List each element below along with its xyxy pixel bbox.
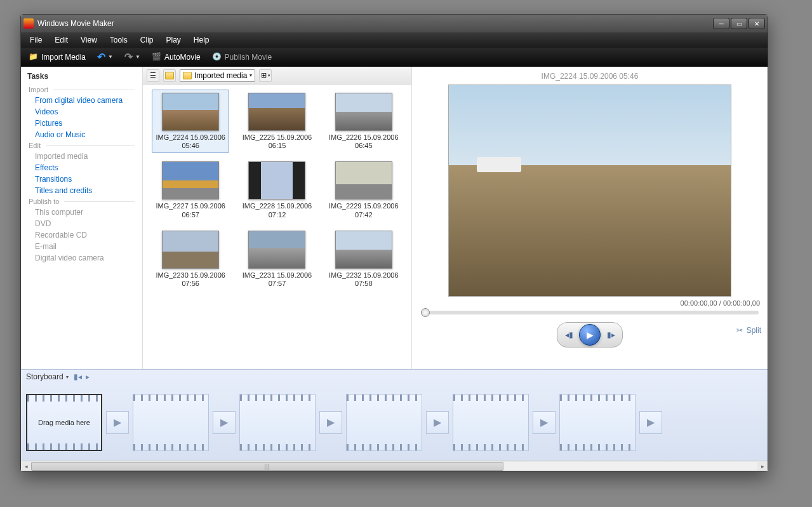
thumbnail-item[interactable]: IMG_2228 15.09.2006 07:12 xyxy=(238,158,316,222)
chevron-down-icon: ▾ xyxy=(66,374,69,380)
collection-dropdown[interactable]: Imported media ▾ xyxy=(180,69,255,82)
chevron-down-icon: ▼ xyxy=(135,54,140,60)
thumbnail-label: IMG_2227 15.09.2006 06:57 xyxy=(156,202,225,219)
preview-object xyxy=(477,157,521,172)
thumbnail-item[interactable]: IMG_2229 15.09.2006 07:42 xyxy=(325,158,403,222)
automovie-button[interactable]: 🎬 AutoMovie xyxy=(148,51,204,64)
play-button[interactable]: ▶ xyxy=(579,324,601,346)
app-icon xyxy=(23,18,34,29)
chevron-down-icon: ▼ xyxy=(108,54,113,60)
publish-icon: 💿 xyxy=(212,52,222,62)
scroll-right-button[interactable]: ▸ xyxy=(757,462,768,471)
split-icon: ✂ xyxy=(735,326,744,335)
seek-bar[interactable] xyxy=(421,311,759,314)
undo-icon: ↶ xyxy=(97,51,105,63)
thumbnail-image xyxy=(335,231,392,269)
thumbnail-item[interactable]: IMG_2227 15.09.2006 06:57 xyxy=(152,158,229,222)
minimize-button[interactable]: ─ xyxy=(713,18,729,29)
content-area: Tasks ImportFrom digital video cameraVid… xyxy=(21,67,768,369)
storyboard-transition-slot[interactable]: ▶ xyxy=(213,411,236,434)
menubar: FileEditViewToolsClipPlayHelp xyxy=(21,32,768,48)
menu-play[interactable]: Play xyxy=(161,34,186,46)
preview-title: IMG_2224 15.09.2006 05:46 xyxy=(418,71,761,84)
thumbnail-item[interactable]: IMG_2226 15.09.2006 06:45 xyxy=(325,90,403,153)
storyboard-clip-slot[interactable] xyxy=(133,394,209,451)
thumbnail-label: IMG_2229 15.09.2006 07:42 xyxy=(329,202,399,219)
task-link-from-digital-video-camera[interactable]: From digital video camera xyxy=(21,95,142,106)
thumbnail-item[interactable]: IMG_2232 15.09.2006 07:58 xyxy=(325,227,403,291)
storyboard-clip-slot[interactable]: Drag media here xyxy=(26,394,102,451)
storyboard-view-dropdown[interactable]: Storyboard ▾ xyxy=(26,372,69,381)
automovie-label: AutoMovie xyxy=(164,53,201,62)
thumbnail-item[interactable]: IMG_2224 15.09.2006 05:46 xyxy=(152,90,229,153)
task-link-titles-and-credits[interactable]: Titles and credits xyxy=(21,185,142,196)
storyboard-transition-slot[interactable]: ▶ xyxy=(319,411,342,434)
menu-view[interactable]: View xyxy=(76,34,102,46)
storyboard-track[interactable]: Drag media here▶▶▶▶▶▶ xyxy=(21,384,768,461)
close-button[interactable]: ✕ xyxy=(749,18,765,29)
preview-ground xyxy=(449,165,731,296)
publish-movie-button[interactable]: 💿 Publish Movie xyxy=(208,51,276,64)
menu-file[interactable]: File xyxy=(25,34,47,46)
menu-help[interactable]: Help xyxy=(189,34,215,46)
storyboard-play-button[interactable]: ▸ xyxy=(86,372,90,381)
import-media-button[interactable]: 📁 Import Media xyxy=(25,51,90,64)
thumbnail-image xyxy=(248,161,305,199)
storyboard-scrollbar: ◂ ▸ xyxy=(21,461,768,471)
task-link-pictures[interactable]: Pictures xyxy=(21,118,142,129)
tasks-header: Tasks xyxy=(21,71,142,84)
task-section-import: Import xyxy=(21,84,142,95)
menu-edit[interactable]: Edit xyxy=(50,34,73,46)
storyboard-panel: Storyboard ▾ ▮◂ ▸ Drag media here▶▶▶▶▶▶ … xyxy=(21,369,768,471)
redo-button[interactable]: ↷▼ xyxy=(121,50,144,64)
storyboard-transition-slot[interactable]: ▶ xyxy=(106,411,129,434)
chevron-down-icon: ▾ xyxy=(250,72,252,78)
task-link-videos[interactable]: Videos xyxy=(21,106,142,118)
thumbnail-item[interactable]: IMG_2225 15.09.2006 06:15 xyxy=(238,90,316,153)
thumbnail-image xyxy=(248,231,305,269)
task-link-transitions[interactable]: Transitions xyxy=(21,173,142,185)
scroll-left-button[interactable]: ◂ xyxy=(21,462,31,471)
scroll-track[interactable] xyxy=(31,462,757,471)
storyboard-clip-slot[interactable] xyxy=(346,394,422,451)
thumbnails-scroll[interactable]: IMG_2224 15.09.2006 05:46IMG_2225 15.09.… xyxy=(143,84,411,369)
app-window: Windows Movie Maker ─ ▭ ✕ FileEditViewTo… xyxy=(20,14,768,471)
view-details-button[interactable]: ☰ xyxy=(147,69,159,82)
thumbnails-grid: IMG_2224 15.09.2006 05:46IMG_2225 15.09.… xyxy=(148,90,406,291)
thumbnail-item[interactable]: IMG_2230 15.09.2006 07:56 xyxy=(152,227,229,291)
preview-video[interactable] xyxy=(448,84,731,297)
split-button[interactable]: ✂ Split xyxy=(735,326,761,335)
storyboard-transition-slot[interactable]: ▶ xyxy=(639,411,662,434)
storyboard-clip-slot[interactable] xyxy=(453,394,529,451)
menu-clip[interactable]: Clip xyxy=(135,34,159,46)
storyboard-clip-slot[interactable] xyxy=(559,394,636,451)
undo-button[interactable]: ↶▼ xyxy=(93,50,117,64)
thumbnail-item[interactable]: IMG_2231 15.09.2006 07:57 xyxy=(238,227,316,291)
collection-dropdown-label: Imported media xyxy=(194,71,247,80)
task-link-recordable-cd: Recordable CD xyxy=(21,229,142,241)
seek-thumb[interactable] xyxy=(421,308,430,317)
storyboard-rewind-button[interactable]: ▮◂ xyxy=(74,372,82,381)
maximize-button[interactable]: ▭ xyxy=(731,18,747,29)
import-icon: 📁 xyxy=(29,52,39,62)
storyboard-clip-slot[interactable] xyxy=(239,394,316,451)
menu-tools[interactable]: Tools xyxy=(105,34,133,46)
task-link-digital-video-camera: Digital video camera xyxy=(21,252,142,264)
task-link-audio-or-music[interactable]: Audio or Music xyxy=(21,129,142,140)
window-controls: ─ ▭ ✕ xyxy=(713,18,765,29)
task-link-effects[interactable]: Effects xyxy=(21,162,142,173)
next-frame-button[interactable]: ▮▸ xyxy=(603,327,618,342)
redo-icon: ↷ xyxy=(124,51,133,63)
transport-controls: ◂▮ ▶ ▮▸ ✂ Split xyxy=(418,322,761,348)
new-folder-button[interactable] xyxy=(163,69,176,82)
thumbnail-label: IMG_2230 15.09.2006 07:56 xyxy=(156,271,225,288)
thumbnail-label: IMG_2231 15.09.2006 07:57 xyxy=(242,271,312,288)
view-options-button[interactable]: ⊞▾ xyxy=(259,69,272,82)
scroll-thumb[interactable] xyxy=(31,462,503,471)
task-section-edit: Edit xyxy=(21,140,142,151)
storyboard-transition-slot[interactable]: ▶ xyxy=(426,411,449,434)
prev-frame-button[interactable]: ◂▮ xyxy=(561,327,576,342)
transport-bg: ◂▮ ▶ ▮▸ xyxy=(557,322,623,348)
storyboard-transition-slot[interactable]: ▶ xyxy=(533,411,556,434)
time-display: 00:00:00,00 / 00:00:00,00 xyxy=(418,297,761,309)
